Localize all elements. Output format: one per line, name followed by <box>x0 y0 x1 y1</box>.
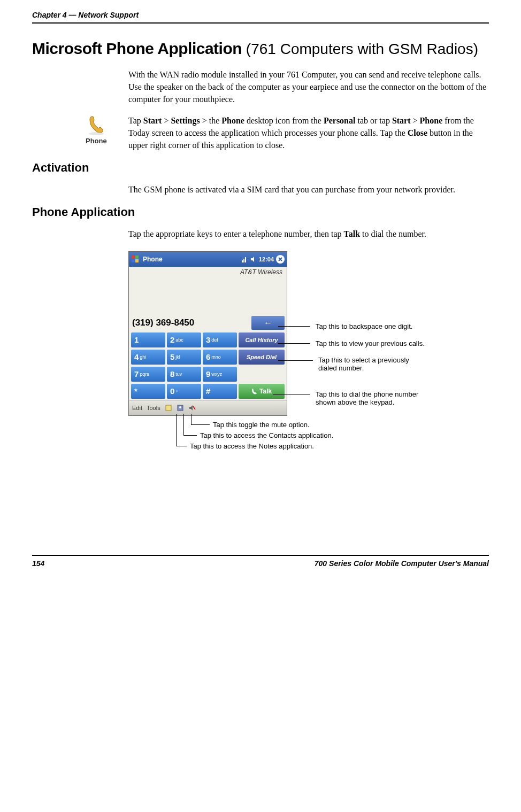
icon-paragraph-text: Tap Start > Settings > the Phone desktop… <box>128 114 489 152</box>
phone-app-heading: Phone Application <box>32 205 489 219</box>
contacts-icon[interactable] <box>177 404 184 412</box>
screenshot-area: Phone 12:04 AT&T Wireless (319) 369-8450… <box>128 251 489 416</box>
key-3[interactable]: 3def <box>203 332 237 347</box>
main-heading: Microsoft Phone Application (761 Compute… <box>32 40 489 58</box>
signal-icon <box>242 256 248 262</box>
close-button[interactable] <box>276 255 285 264</box>
window-title: Phone <box>143 256 242 263</box>
page-header: Chapter 4 — Network Support <box>32 11 489 19</box>
backspace-button[interactable]: ← <box>251 316 285 330</box>
page-footer: 154 700 Series Color Mobile Computer Use… <box>32 555 489 568</box>
talk-phone-icon <box>251 388 258 395</box>
header-rule <box>32 22 489 24</box>
activation-body: The GSM phone is activated via a SIM car… <box>128 183 489 196</box>
key-8[interactable]: 8tuv <box>167 367 201 382</box>
keypad-row-4: * 0+ # Talk <box>129 383 287 400</box>
callout-line <box>273 395 310 395</box>
key-7[interactable]: 7pqrs <box>131 367 165 382</box>
svg-rect-8 <box>166 405 171 411</box>
heading-bold: Microsoft Phone Application <box>32 40 242 57</box>
titlebar: Phone 12:04 <box>129 252 287 267</box>
bottom-bar: Edit Tools <box>129 400 287 415</box>
svg-line-11 <box>193 406 195 409</box>
svg-rect-6 <box>243 259 244 262</box>
key-6[interactable]: 6mno <box>203 350 237 365</box>
phone-icon-col: Phone <box>32 114 128 145</box>
key-star[interactable]: * <box>131 384 165 399</box>
talk-button[interactable]: Talk <box>239 384 285 399</box>
footer-page-number: 154 <box>32 559 44 568</box>
phone-handset-icon <box>86 114 107 136</box>
key-0[interactable]: 0+ <box>167 384 201 399</box>
status-icons: 12:04 <box>242 256 274 262</box>
callout-contacts: Tap this to access the Contacts applicat… <box>200 431 333 439</box>
callout-mute: Tap this toggle the mute option. <box>213 421 310 429</box>
callout-line <box>191 414 191 424</box>
key-hash[interactable]: # <box>203 384 237 399</box>
carrier-label: AT&T Wireless <box>129 267 287 277</box>
keypad-row-3: 7pqrs 8tuv 9wxyz <box>129 366 287 383</box>
callout-notes: Tap this to access the Notes application… <box>190 442 314 450</box>
key-2[interactable]: 2abc <box>167 332 201 347</box>
activation-heading: Activation <box>32 161 489 175</box>
callout-line <box>176 414 177 446</box>
speed-dial-button[interactable]: Speed Dial <box>239 350 285 365</box>
display-area <box>129 277 287 314</box>
phone-app-body: Tap the appropriate keys to enter a tele… <box>128 228 489 240</box>
svg-point-10 <box>179 406 181 408</box>
clock-text: 12:04 <box>259 256 274 262</box>
icon-paragraph-row: Phone Tap Start > Settings > the Phone d… <box>32 114 489 152</box>
key-1[interactable]: 1 <box>131 332 165 347</box>
callout-line <box>176 446 187 446</box>
close-icon <box>278 257 283 262</box>
svg-rect-2 <box>135 256 139 259</box>
callout-line <box>278 326 310 327</box>
call-history-button[interactable]: Call History <box>239 332 285 347</box>
svg-rect-5 <box>242 260 243 262</box>
dialed-number: (319) 369-8450 <box>131 315 251 330</box>
callout-talk: Tap this to dial the phone number shown … <box>316 390 418 406</box>
key-4[interactable]: 4ghi <box>131 350 165 365</box>
keypad-row-2: 4ghi 5jkl 6mno Speed Dial <box>129 349 287 366</box>
svg-rect-4 <box>135 259 139 262</box>
speaker-icon <box>250 256 257 262</box>
phone-icon-label: Phone <box>86 137 128 145</box>
callout-line <box>183 435 197 436</box>
notes-icon[interactable] <box>165 404 172 412</box>
phone-window: Phone 12:04 AT&T Wireless (319) 369-8450… <box>128 251 287 416</box>
edit-menu[interactable]: Edit <box>132 405 142 411</box>
callout-line <box>278 360 313 361</box>
callout-call-history: Tap this to view your previous calls. <box>316 339 425 347</box>
start-icon[interactable] <box>131 255 140 264</box>
intro-paragraph: With the WAN radio module installed in y… <box>128 68 489 106</box>
tools-menu[interactable]: Tools <box>147 405 160 411</box>
key-5[interactable]: 5jkl <box>167 350 201 365</box>
heading-light: (761 Computers with GSM Radios) <box>242 41 478 57</box>
callout-line <box>278 343 310 344</box>
keypad-row-1: 1 2abc 3def Call History <box>129 331 287 349</box>
footer-manual-title: 700 Series Color Mobile Computer User's … <box>315 559 489 568</box>
svg-point-0 <box>89 132 104 135</box>
svg-rect-7 <box>245 257 246 262</box>
number-row: (319) 369-8450 ← <box>129 314 287 331</box>
mute-icon[interactable] <box>188 404 196 412</box>
svg-rect-1 <box>132 256 135 259</box>
callout-backspace: Tap this to backspace one digit. <box>316 322 412 330</box>
header-left: Chapter 4 — Network Support <box>32 11 139 19</box>
key-9[interactable]: 9wxyz <box>203 367 237 382</box>
svg-rect-3 <box>132 259 135 262</box>
callout-line <box>183 414 184 435</box>
callout-speed-dial: Tap this to select a previously dialed n… <box>318 356 409 372</box>
callout-line <box>191 424 210 425</box>
